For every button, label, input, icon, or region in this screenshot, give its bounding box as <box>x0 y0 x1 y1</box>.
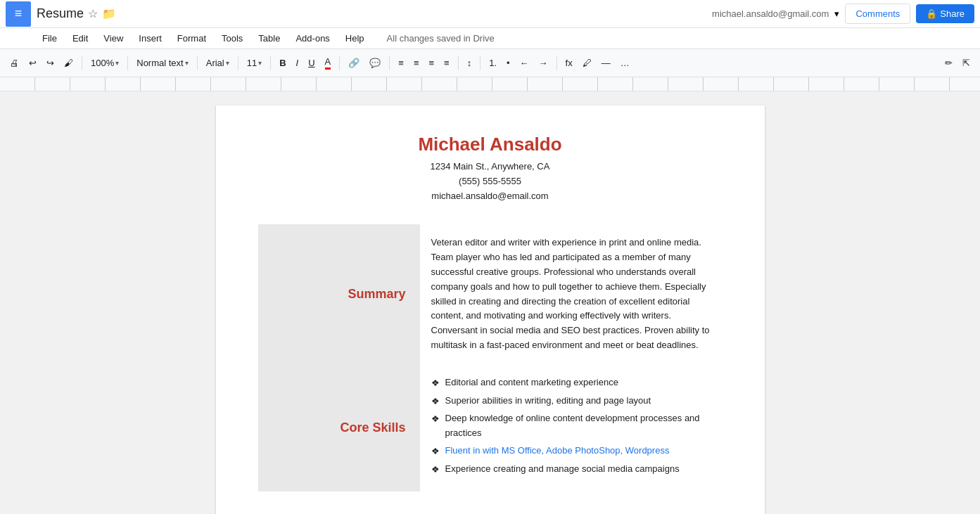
menu-insert[interactable]: Insert <box>132 30 169 46</box>
align-right-button[interactable]: ≡ <box>424 55 438 71</box>
menu-format[interactable]: Format <box>170 30 213 46</box>
toolbar-separator-5 <box>270 56 271 70</box>
font-dropdown[interactable]: Arial ▾ <box>202 56 234 70</box>
author-name: Michael Ansaldo <box>258 134 723 155</box>
toolbar-separator-9 <box>480 56 481 70</box>
highlight-button[interactable]: 🖊 <box>578 55 596 71</box>
skill-text-1: Editorial and content marketing experien… <box>445 375 618 390</box>
resume-table: Summary Veteran editor and writer with e… <box>258 224 723 491</box>
style-dropdown[interactable]: Normal text ▾ <box>132 56 192 70</box>
skill-item-3: ❖ Deep knowledge of online content devel… <box>431 411 711 441</box>
menu-table[interactable]: Table <box>251 30 287 46</box>
bullet-icon-3: ❖ <box>431 412 440 427</box>
decrease-indent-button[interactable]: ← <box>516 55 533 71</box>
folder-icon[interactable]: 📁 <box>102 7 116 20</box>
paint-format-button[interactable]: 🖌 <box>60 55 77 71</box>
doc-title[interactable]: Resume <box>37 6 84 21</box>
menu-addons[interactable]: Add-ons <box>288 30 336 46</box>
doc-title-area: Resume ☆ 📁 <box>37 6 712 21</box>
ruler-line <box>0 77 980 91</box>
share-label: Share <box>940 8 965 19</box>
bullet-icon-4: ❖ <box>431 444 440 459</box>
font-chevron: ▾ <box>226 59 229 67</box>
text-color-button[interactable]: A <box>321 53 336 72</box>
bullet-icon-2: ❖ <box>431 394 440 409</box>
align-center-button[interactable]: ≡ <box>409 55 424 71</box>
undo-button[interactable]: ↩ <box>25 55 41 71</box>
align-left-button[interactable]: ≡ <box>394 55 408 71</box>
toolbar-separator-1 <box>82 56 82 70</box>
star-icon[interactable]: ☆ <box>88 7 98 20</box>
bold-button[interactable]: B <box>275 55 290 71</box>
skill-text-2: Superior abilities in writing, editing a… <box>445 394 651 409</box>
lock-icon: 🔒 <box>926 8 937 19</box>
toolbar-separator-4 <box>238 56 238 70</box>
author-email: michael.ansaldo@email.com <box>258 189 723 204</box>
toolbar-separator-10 <box>556 56 557 70</box>
skill-item-1: ❖ Editorial and content marketing experi… <box>431 375 711 391</box>
skill-link-4[interactable]: Fluent in with MS Office, Adobe PhotoSho… <box>445 444 670 458</box>
account-area: michael.ansaldo@gmail.com ▾ Comments 🔒 S… <box>712 4 974 24</box>
style-chevron: ▾ <box>185 59 189 67</box>
line-spacing-button[interactable]: ↕ <box>463 55 476 71</box>
author-phone: (555) 555-5555 <box>258 174 723 189</box>
core-skills-label: Core Skills <box>258 364 420 491</box>
skill-item-2: ❖ Superior abilities in writing, editing… <box>431 394 711 409</box>
saved-status: All changes saved in Drive <box>387 33 495 44</box>
align-justify-button[interactable]: ≡ <box>440 55 454 71</box>
doc-header: Michael Ansaldo 1234 Main St., Anywhere,… <box>258 134 723 203</box>
style-value: Normal text <box>136 58 183 68</box>
author-address: 1234 Main St., Anywhere, CA <box>258 160 723 174</box>
toolbar-separator-8 <box>458 56 459 70</box>
print-button[interactable]: 🖨 <box>6 55 23 71</box>
italic-button[interactable]: I <box>292 55 303 71</box>
increase-indent-button[interactable]: → <box>535 55 552 71</box>
toolbar-separator-2 <box>127 56 128 70</box>
app-icon-symbol: ≡ <box>15 6 23 21</box>
clear-format-button[interactable]: fx <box>561 55 577 71</box>
pen-button[interactable]: ✏ <box>941 55 957 71</box>
summary-content: Veteran editor and writer with experienc… <box>420 224 723 364</box>
bullet-icon-5: ❖ <box>431 463 440 477</box>
fontsize-dropdown[interactable]: 11 ▾ <box>243 56 266 70</box>
fontsize-value: 11 <box>247 58 257 68</box>
zoom-value: 100% <box>91 58 114 68</box>
comment-button[interactable]: 💬 <box>365 55 385 71</box>
account-dropdown-icon[interactable]: ▾ <box>834 8 839 19</box>
share-button[interactable]: 🔒 Share <box>916 4 974 23</box>
strikethrough-button[interactable]: — <box>597 55 615 71</box>
menu-view[interactable]: View <box>96 30 130 46</box>
underline-button[interactable]: U <box>304 55 319 71</box>
summary-label: Summary <box>258 224 420 364</box>
font-value: Arial <box>206 58 224 68</box>
bullet-list-button[interactable]: • <box>502 55 514 71</box>
document-page: Michael Ansaldo 1234 Main St., Anywhere,… <box>216 105 765 514</box>
numbered-list-button[interactable]: 1. <box>485 55 501 71</box>
toolbar-separator-7 <box>389 56 390 70</box>
fontsize-chevron: ▾ <box>258 59 262 67</box>
comments-button[interactable]: Comments <box>845 4 910 24</box>
toolbar-separator-6 <box>339 56 340 70</box>
more-formats-button[interactable]: … <box>616 55 634 71</box>
menu-bar: File Edit View Insert Format Tools Table… <box>0 28 980 49</box>
link-button[interactable]: 🔗 <box>344 55 364 71</box>
core-skills-row: Core Skills ❖ Editorial and content mark… <box>258 364 723 491</box>
menu-edit[interactable]: Edit <box>65 30 95 46</box>
toolbar-separator-3 <box>197 56 198 70</box>
bullet-icon-1: ❖ <box>431 376 440 391</box>
skill-item-5: ❖ Experience creating and manage social … <box>431 462 711 477</box>
menu-help[interactable]: Help <box>338 30 371 46</box>
app-icon: ≡ <box>6 1 31 27</box>
redo-button[interactable]: ↪ <box>42 55 58 71</box>
text-color-label: A <box>325 56 331 70</box>
ruler <box>0 77 980 91</box>
toolbar: 🖨 ↩ ↪ 🖌 100% ▾ Normal text ▾ Arial ▾ 11 … <box>0 49 980 77</box>
zoom-dropdown[interactable]: 100% ▾ <box>87 56 123 70</box>
summary-row: Summary Veteran editor and writer with e… <box>258 224 723 364</box>
skill-text-5: Experience creating and manage social me… <box>445 462 680 477</box>
menu-file[interactable]: File <box>35 30 64 46</box>
skill-text-3: Deep knowledge of online content develop… <box>445 411 711 441</box>
document-area[interactable]: Michael Ansaldo 1234 Main St., Anywhere,… <box>0 91 980 514</box>
menu-tools[interactable]: Tools <box>215 30 250 46</box>
collapse-button[interactable]: ⇱ <box>958 55 974 71</box>
